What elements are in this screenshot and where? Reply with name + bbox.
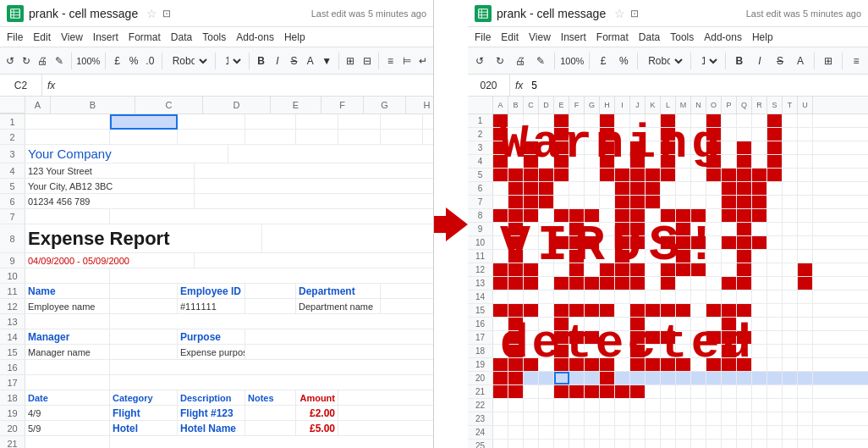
- right-cell-7-2[interactable]: [508, 196, 524, 208]
- right-cell-18-21[interactable]: [798, 345, 813, 357]
- right-cell-23-3[interactable]: [524, 412, 539, 425]
- cell-description-header[interactable]: Description: [178, 390, 245, 406]
- wrap-btn[interactable]: ↵: [417, 51, 430, 71]
- right-cell-3-14[interactable]: [691, 141, 706, 154]
- right-cell-11-15[interactable]: [706, 250, 722, 263]
- cell-b1[interactable]: [25, 114, 110, 130]
- right-cell-18-18[interactable]: [752, 345, 767, 357]
- right-cell-18-12[interactable]: [661, 345, 676, 357]
- right-cell-12-1[interactable]: [493, 263, 508, 276]
- right-cell-22-12[interactable]: [661, 399, 676, 412]
- right-cell-14-6[interactable]: [569, 290, 585, 303]
- right-cell-7-9[interactable]: [615, 196, 630, 208]
- right-cell-12-19[interactable]: [767, 263, 783, 276]
- right-undo-button[interactable]: ↺: [471, 51, 488, 71]
- right-cell-15-18[interactable]: [752, 304, 767, 317]
- right-cell-19-7[interactable]: [585, 358, 600, 371]
- right-cell-7-4[interactable]: [539, 196, 554, 208]
- right-cell-2-8[interactable]: [600, 128, 615, 141]
- right-cell-23-14[interactable]: [691, 412, 706, 425]
- right-cell-25-12[interactable]: [661, 440, 676, 448]
- right-cell-12-20[interactable]: [783, 263, 798, 276]
- right-cell-17-2[interactable]: [508, 331, 524, 344]
- right-cell-3-13[interactable]: [676, 141, 691, 154]
- right-cell-20-4[interactable]: [539, 372, 554, 384]
- right-cell-17-5[interactable]: [554, 331, 569, 344]
- right-cell-6-2[interactable]: [508, 182, 524, 195]
- right-cell-3-18[interactable]: [752, 141, 767, 154]
- menu-format-left[interactable]: Format: [129, 31, 161, 43]
- right-cell-23-5[interactable]: [554, 412, 569, 425]
- cell-department-name[interactable]: Department name: [296, 299, 381, 314]
- right-cell-13-11[interactable]: [646, 277, 661, 290]
- right-cell-6-12[interactable]: [661, 182, 676, 195]
- right-cell-15-11[interactable]: [646, 304, 661, 317]
- right-cell-21-21[interactable]: [798, 385, 813, 398]
- zoom-btn[interactable]: 100%: [76, 51, 100, 71]
- right-cell-4-18[interactable]: [752, 155, 767, 168]
- right-cell-17-17[interactable]: [737, 331, 752, 344]
- right-cell-6-8[interactable]: [600, 182, 615, 195]
- menu-file-right[interactable]: File: [475, 31, 491, 43]
- right-cell-11-13[interactable]: [676, 250, 691, 263]
- right-cell-6-21[interactable]: [798, 182, 813, 195]
- right-cell-15-21[interactable]: [798, 304, 813, 317]
- right-cell-17-19[interactable]: [767, 331, 783, 344]
- right-cell-17-18[interactable]: [752, 331, 767, 344]
- right-cell-21-18[interactable]: [752, 385, 767, 398]
- right-cell-15-2[interactable]: [508, 304, 524, 317]
- right-cell-3-11[interactable]: [646, 141, 661, 154]
- right-cell-6-6[interactable]: [569, 182, 585, 195]
- right-cell-20-7[interactable]: [585, 372, 600, 384]
- right-cell-17-11[interactable]: [646, 331, 661, 344]
- menu-edit-left[interactable]: Edit: [33, 31, 51, 43]
- right-cell-19-4[interactable]: [539, 358, 554, 371]
- right-cell-20-9[interactable]: [615, 372, 630, 384]
- right-cell-21-4[interactable]: [539, 385, 554, 398]
- cell-row1-description[interactable]: Flight #123: [178, 406, 245, 421]
- right-cell-6-15[interactable]: [706, 182, 722, 195]
- right-cell-13-15[interactable]: [706, 277, 722, 290]
- right-cell-4-5[interactable]: [554, 155, 569, 168]
- menu-format-right[interactable]: Format: [596, 31, 629, 43]
- right-cell-9-2[interactable]: [508, 223, 524, 235]
- right-cell-11-10[interactable]: [630, 250, 646, 263]
- right-cell-4-12[interactable]: [661, 155, 676, 168]
- right-cell-22-1[interactable]: [493, 399, 508, 412]
- right-cell-18-17[interactable]: [737, 345, 752, 357]
- right-cell-8-13[interactable]: [676, 209, 691, 222]
- right-cell-25-6[interactable]: [569, 440, 585, 448]
- right-cell-22-19[interactable]: [767, 399, 783, 412]
- right-cell-22-10[interactable]: [630, 399, 646, 412]
- right-cell-13-14[interactable]: [691, 277, 706, 290]
- right-cell-21-20[interactable]: [783, 385, 798, 398]
- right-cell-24-1[interactable]: [493, 426, 508, 439]
- right-cell-21-7[interactable]: [585, 385, 600, 398]
- right-cell-17-4[interactable]: [539, 331, 554, 344]
- right-cell-17-12[interactable]: [661, 331, 676, 344]
- right-cell-19-14[interactable]: [691, 358, 706, 371]
- right-cell-10-14[interactable]: [691, 236, 706, 249]
- cell-row2-notes[interactable]: [245, 421, 296, 436]
- right-cell-7-15[interactable]: [706, 196, 722, 208]
- cell-e1[interactable]: [245, 114, 296, 130]
- right-cell-6-7[interactable]: [585, 182, 600, 195]
- right-cell-1-13[interactable]: [676, 114, 691, 127]
- right-cell-10-19[interactable]: [767, 236, 783, 249]
- right-cell-8-15[interactable]: [706, 209, 722, 222]
- right-align-btn[interactable]: ≡: [848, 51, 865, 71]
- right-cell-9-9[interactable]: [615, 223, 630, 235]
- right-cell-17-9[interactable]: [615, 331, 630, 344]
- right-cell-4-20[interactable]: [783, 155, 798, 168]
- right-cell-14-7[interactable]: [585, 290, 600, 303]
- right-cell-23-16[interactable]: [722, 412, 737, 425]
- right-cell-10-21[interactable]: [798, 236, 813, 249]
- right-cell-10-8[interactable]: [600, 236, 615, 249]
- right-cell-5-2[interactable]: [508, 169, 524, 181]
- right-cell-12-6[interactable]: [569, 263, 585, 276]
- right-cell-14-3[interactable]: [524, 290, 539, 303]
- right-cell-20-16[interactable]: [722, 372, 737, 384]
- right-cell-18-10[interactable]: [630, 345, 646, 357]
- cell-g1[interactable]: [338, 114, 381, 130]
- right-cell-23-10[interactable]: [630, 412, 646, 425]
